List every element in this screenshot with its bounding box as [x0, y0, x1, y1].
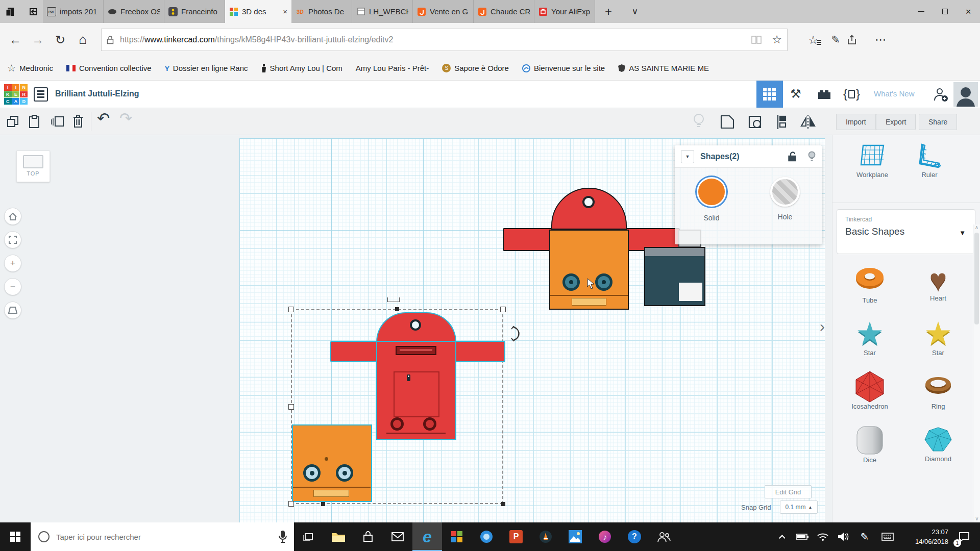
tabs-set-aside-icon[interactable]: [21, 0, 43, 23]
avatar[interactable]: [953, 82, 978, 107]
view-home-button[interactable]: [4, 208, 21, 225]
favorite-bienvenue[interactable]: Bienvenue sur le site: [522, 64, 605, 72]
handle-left-mid[interactable]: [288, 404, 294, 410]
window-maximize-button[interactable]: [933, 0, 957, 23]
favorite-as-sainte-marie[interactable]: AS SAINTE MARIE ME: [618, 64, 709, 72]
add-favorite-star-icon[interactable]: ☆: [772, 33, 782, 46]
duplicate-icon[interactable]: [50, 114, 65, 129]
robot1-torso-box[interactable]: [292, 424, 372, 502]
zoom-out-button[interactable]: −: [4, 278, 21, 295]
edge-icon[interactable]: e: [412, 522, 442, 551]
file-explorer-icon[interactable]: [324, 522, 353, 551]
more-options-icon[interactable]: ⋯: [869, 33, 892, 46]
tab-lhwebck[interactable]: LH_WEBCK: [352, 0, 413, 23]
solid-swatch[interactable]: Solid: [697, 177, 726, 244]
zoom-in-button[interactable]: +: [4, 255, 21, 272]
favorite-convention[interactable]: Convention collective: [66, 64, 152, 72]
set-tabs-aside-icon[interactable]: [0, 0, 21, 23]
align-icon[interactable]: [775, 114, 789, 130]
window-close-button[interactable]: ×: [957, 0, 980, 23]
shape-star-teal[interactable]: ★ Star: [842, 318, 898, 357]
shape-diamond[interactable]: Diamond: [910, 424, 966, 464]
paste-icon[interactable]: [28, 114, 41, 129]
scroll-up-icon[interactable]: ∧: [973, 224, 980, 230]
view-cube[interactable]: TOP: [16, 151, 50, 182]
zoom-fit-button[interactable]: [4, 231, 21, 248]
forward-button[interactable]: →: [27, 33, 49, 47]
favorite-sapore[interactable]: SSapore è Odore: [442, 64, 509, 72]
design-title[interactable]: Brilliant Juttuli-Elzing: [55, 89, 139, 98]
tab-freebox[interactable]: Freebox OS: [104, 0, 164, 23]
tab-photos[interactable]: 3DPhotos De: [291, 0, 352, 23]
import-button[interactable]: Import: [836, 114, 876, 130]
perspective-toggle-button[interactable]: [4, 302, 21, 319]
refresh-button[interactable]: ↻: [49, 33, 71, 47]
hide-bulb-icon[interactable]: [808, 151, 816, 162]
search-input[interactable]: [56, 533, 273, 541]
shape-dice[interactable]: Dice: [842, 424, 898, 464]
tab-impots[interactable]: PDFimpots 201: [43, 0, 104, 23]
back-button[interactable]: ←: [4, 33, 27, 47]
adjust-bulb-icon[interactable]: [693, 113, 704, 130]
pickaxe-icon[interactable]: ⚒: [790, 87, 801, 101]
pen-tray-icon[interactable]: ✎: [853, 522, 876, 551]
tab-chaude[interactable]: Chaude CR: [474, 0, 534, 23]
store-icon[interactable]: [353, 522, 383, 551]
teal-board[interactable]: [644, 247, 705, 306]
favorite-medtronic[interactable]: ☆Medtronic: [7, 62, 53, 74]
start-button[interactable]: [0, 522, 31, 551]
handle-bottom-left[interactable]: [288, 501, 294, 507]
redo-icon[interactable]: ↷: [119, 109, 132, 127]
sidebar-scrollbar[interactable]: ∧ ∨: [973, 224, 980, 522]
favorite-short-amy-lou[interactable]: Short Amy Lou | Com: [261, 64, 342, 72]
favorite-dossier[interactable]: ʏDossier en ligne Ranc: [165, 64, 248, 73]
music-app-icon[interactable]: ♪: [590, 522, 620, 551]
whats-new-link[interactable]: What's New: [874, 89, 915, 98]
tab-tinkercad-active[interactable]: 3D des×: [225, 0, 291, 23]
people-icon[interactable]: [649, 522, 679, 551]
panel-collapse-button[interactable]: ▼: [681, 150, 694, 163]
tinkercad-logo[interactable]: TIN KER CAD: [4, 84, 28, 105]
mail-icon[interactable]: [383, 522, 412, 551]
tab-close-icon[interactable]: ×: [283, 7, 287, 16]
export-button[interactable]: Export: [876, 114, 916, 130]
tab-aliexpress[interactable]: Your AliExp: [534, 0, 595, 23]
handle-top-right[interactable]: [500, 307, 506, 312]
add-user-icon[interactable]: [933, 87, 948, 102]
home-button[interactable]: ⌂: [71, 32, 94, 47]
ungroup-icon[interactable]: [747, 114, 763, 130]
undo-icon[interactable]: ↶: [97, 109, 110, 127]
mirror-icon[interactable]: [799, 114, 817, 130]
shape-heart[interactable]: ♥ Heart: [910, 265, 966, 304]
touch-keyboard-icon[interactable]: [876, 522, 899, 551]
design-list-icon[interactable]: [34, 87, 48, 102]
design-canvas[interactable]: TOP + −: [0, 135, 832, 522]
tray-chevron-up-icon[interactable]: [774, 522, 792, 551]
taskbar-clock[interactable]: 23:07 14/06/2018: [899, 522, 948, 551]
shape-star-yellow[interactable]: ★ Star: [910, 318, 966, 357]
handle-bottom-right[interactable]: [501, 502, 505, 506]
powerpoint-icon[interactable]: P: [501, 522, 531, 551]
robot1-body[interactable]: [376, 341, 456, 440]
window-minimize-button[interactable]: [910, 0, 933, 23]
hub-icon[interactable]: ☆: [802, 33, 824, 47]
round-browser-icon[interactable]: [472, 522, 501, 551]
volume-icon[interactable]: [833, 522, 853, 551]
web-notes-pen-icon[interactable]: ✎: [824, 34, 847, 46]
tab-franceinfo[interactable]: Franceinfo: [164, 0, 225, 23]
share-button[interactable]: Share: [919, 114, 957, 130]
tab-list-dropdown[interactable]: ∨: [622, 0, 648, 23]
tab-vente[interactable]: Vente en G: [413, 0, 474, 23]
panel-collapse-chevron[interactable]: ›: [820, 318, 825, 335]
snap-grid-select[interactable]: 0.1 mm▲: [780, 500, 818, 514]
ruler-tool[interactable]: Ruler: [904, 143, 955, 179]
favorite-amy-lou-paris[interactable]: Amy Lou Paris - Prêt-: [356, 64, 429, 72]
network-icon[interactable]: [813, 522, 833, 551]
delete-icon[interactable]: [71, 114, 85, 129]
task-view-icon[interactable]: [294, 522, 324, 551]
help-app-icon[interactable]: ?: [620, 522, 649, 551]
shape-tube[interactable]: Tube: [842, 265, 898, 304]
action-center-icon[interactable]: 1: [948, 522, 980, 551]
handle-top-left[interactable]: [288, 307, 294, 312]
robot2-body[interactable]: [549, 230, 629, 310]
